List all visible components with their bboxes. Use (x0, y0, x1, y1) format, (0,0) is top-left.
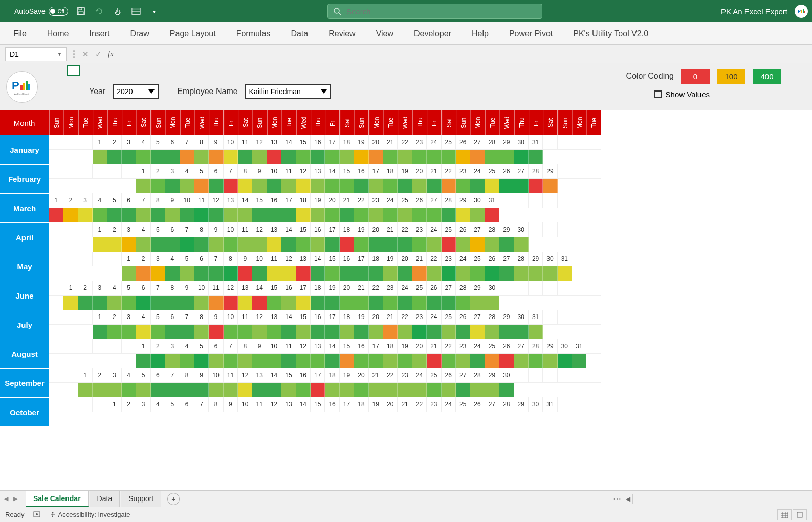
day-cell[interactable] (252, 296, 267, 310)
day-number[interactable]: 2 (78, 281, 93, 296)
day-number[interactable]: 21 (340, 193, 354, 208)
day-cell[interactable] (383, 237, 398, 252)
day-cell[interactable] (107, 296, 122, 310)
day-number[interactable] (63, 222, 78, 237)
day-number[interactable]: 22 (354, 193, 368, 208)
day-cell[interactable] (383, 179, 398, 194)
day-number[interactable]: 16 (325, 397, 339, 412)
day-cell[interactable] (514, 325, 529, 339)
day-number[interactable]: 9 (194, 368, 209, 383)
day-cell[interactable] (63, 296, 78, 310)
day-cell[interactable] (398, 325, 412, 339)
day-number[interactable] (529, 193, 543, 208)
day-number[interactable]: 28 (485, 310, 499, 325)
day-cell[interactable] (267, 412, 281, 427)
day-cell[interactable] (136, 179, 150, 194)
day-number[interactable] (499, 193, 514, 208)
day-number[interactable]: 7 (194, 397, 209, 412)
day-number[interactable]: 20 (383, 397, 398, 412)
day-number[interactable]: 1 (93, 222, 107, 237)
day-number[interactable]: 12 (252, 310, 267, 325)
day-cell[interactable] (485, 296, 499, 310)
day-cell[interactable] (529, 383, 543, 398)
day-cell[interactable] (412, 412, 427, 427)
day-cell[interactable] (93, 383, 107, 398)
day-cell[interactable] (311, 354, 325, 369)
day-cell[interactable] (267, 296, 281, 310)
day-number[interactable]: 3 (165, 164, 180, 179)
day-number[interactable]: 19 (325, 281, 339, 296)
day-cell[interactable] (107, 150, 122, 165)
day-number[interactable]: 29 (543, 339, 557, 354)
day-cell[interactable] (529, 208, 543, 223)
day-cell[interactable] (107, 179, 122, 194)
day-cell[interactable] (238, 237, 252, 252)
day-number[interactable] (586, 368, 601, 383)
day-number[interactable]: 23 (383, 281, 398, 296)
day-cell[interactable] (194, 412, 209, 427)
day-number[interactable] (107, 339, 122, 354)
day-number[interactable]: 28 (514, 252, 529, 266)
day-number[interactable]: 29 (499, 135, 514, 150)
day-cell[interactable] (470, 150, 485, 165)
day-cell[interactable] (456, 237, 470, 252)
day-cell[interactable] (194, 296, 209, 310)
day-number[interactable]: 5 (194, 339, 209, 354)
day-cell[interactable] (209, 412, 223, 427)
day-cell[interactable] (224, 296, 238, 310)
day-number[interactable]: 8 (209, 397, 223, 412)
day-number[interactable] (586, 252, 601, 266)
day-cell[interactable] (398, 237, 412, 252)
day-cell[interactable] (281, 179, 296, 194)
day-cell[interactable] (238, 325, 252, 339)
day-number[interactable] (543, 310, 557, 325)
day-cell[interactable] (194, 325, 209, 339)
day-cell[interactable] (165, 383, 180, 398)
day-number[interactable]: 28 (499, 397, 514, 412)
day-number[interactable]: 4 (122, 368, 136, 383)
add-sheet-button[interactable]: + (167, 493, 180, 505)
day-number[interactable]: 1 (107, 397, 122, 412)
day-cell[interactable] (514, 208, 529, 223)
day-number[interactable] (529, 281, 543, 296)
day-cell[interactable] (442, 412, 456, 427)
day-number[interactable]: 22 (398, 310, 412, 325)
day-cell[interactable] (107, 383, 122, 398)
day-cell[interactable] (586, 383, 601, 398)
customize-qat-icon[interactable]: ▾ (150, 7, 159, 16)
day-number[interactable]: 11 (281, 164, 296, 179)
day-number[interactable]: 23 (412, 310, 427, 325)
day-number[interactable]: 15 (311, 397, 325, 412)
day-cell[interactable] (209, 208, 223, 223)
day-cell[interactable] (180, 208, 194, 223)
day-number[interactable]: 15 (296, 135, 311, 150)
day-number[interactable]: 27 (485, 397, 499, 412)
day-cell[interactable] (209, 237, 223, 252)
day-cell[interactable] (224, 150, 238, 165)
day-cell[interactable] (252, 383, 267, 398)
day-number[interactable]: 11 (267, 252, 281, 266)
day-cell[interactable] (267, 179, 281, 194)
day-number[interactable]: 4 (136, 310, 150, 325)
day-cell[interactable] (165, 354, 180, 369)
day-number[interactable]: 24 (427, 310, 441, 325)
day-number[interactable]: 21 (427, 164, 441, 179)
day-number[interactable]: 21 (412, 252, 427, 266)
day-number[interactable]: 4 (107, 281, 122, 296)
day-number[interactable]: 11 (252, 397, 267, 412)
year-dropdown[interactable]: 2020 (113, 84, 159, 99)
day-cell[interactable] (252, 208, 267, 223)
day-cell[interactable] (543, 296, 557, 310)
day-cell[interactable] (325, 325, 339, 339)
day-number[interactable]: 14 (325, 339, 339, 354)
day-number[interactable]: 13 (281, 397, 296, 412)
day-cell[interactable] (209, 296, 223, 310)
day-cell[interactable] (136, 354, 150, 369)
day-number[interactable]: 26 (485, 252, 499, 266)
day-cell[interactable] (442, 208, 456, 223)
day-number[interactable]: 20 (325, 193, 339, 208)
day-number[interactable]: 23 (412, 135, 427, 150)
day-cell[interactable] (354, 179, 368, 194)
day-cell[interactable] (412, 296, 427, 310)
day-number[interactable] (572, 193, 586, 208)
